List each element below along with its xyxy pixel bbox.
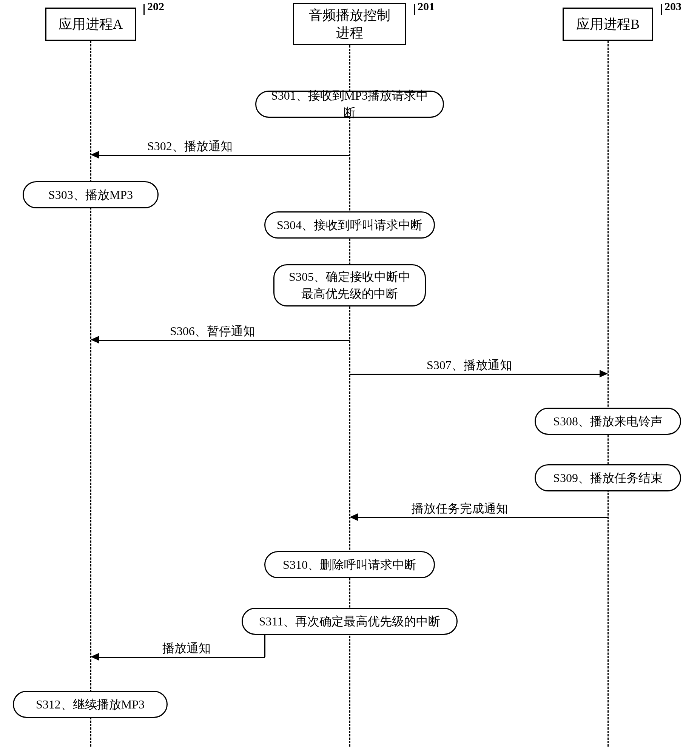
connector-s311 — [264, 635, 265, 657]
step-s303: S303、播放MP3 — [23, 181, 159, 208]
ref-line-a — [143, 4, 145, 15]
step-s308-text: S308、播放来电铃声 — [553, 413, 663, 430]
arrow-s306 — [99, 340, 350, 341]
step-s311: S311、再次确定最高优先级的中断 — [242, 608, 458, 635]
step-s309-text: S309、播放任务结束 — [553, 470, 663, 487]
arrow-complete — [358, 517, 608, 518]
step-s305: S305、确定接收中断中 最高优先级的中断 — [273, 264, 426, 306]
msg-complete: 播放任务完成通知 — [412, 501, 508, 517]
lifeline-b-title: 应用进程B — [576, 15, 640, 34]
lifeline-header-ctrl: 音频播放控制 进程 — [293, 3, 406, 45]
step-s305-text: S305、确定接收中断中 最高优先级的中断 — [289, 268, 410, 302]
ref-label-a: 202 — [147, 0, 164, 13]
arrow-complete-head — [350, 513, 358, 521]
step-s310-text: S310、删除呼叫请求中断 — [283, 556, 416, 573]
lifeline-ctrl-title: 音频播放控制 进程 — [309, 6, 390, 42]
arrow-play — [99, 657, 265, 658]
lifeline-b — [607, 41, 609, 747]
arrow-s302 — [99, 155, 350, 156]
step-s304-text: S304、接收到呼叫请求中断 — [277, 217, 422, 234]
step-s304: S304、接收到呼叫请求中断 — [264, 211, 435, 239]
step-s309: S309、播放任务结束 — [535, 464, 681, 491]
arrow-s302-head — [91, 151, 99, 159]
step-s312: S312、继续播放MP3 — [13, 691, 168, 718]
arrow-play-head — [91, 653, 99, 661]
step-s308: S308、播放来电铃声 — [535, 408, 681, 435]
msg-play: 播放通知 — [162, 640, 211, 657]
step-s312-text: S312、继续播放MP3 — [36, 696, 145, 713]
lifeline-a-title: 应用进程A — [59, 15, 123, 34]
msg-s307: S307、播放通知 — [427, 357, 512, 374]
msg-s306: S306、暂停通知 — [170, 323, 255, 340]
step-s303-text: S303、播放MP3 — [48, 186, 133, 203]
arrow-s307-head — [600, 370, 608, 377]
ref-label-b: 203 — [665, 0, 681, 13]
msg-s302: S302、播放通知 — [147, 138, 233, 155]
step-s301-text: S301、接收到MP3播放请求中断 — [265, 87, 434, 121]
step-s310: S310、删除呼叫请求中断 — [264, 551, 435, 578]
ref-line-ctrl — [414, 4, 415, 15]
ref-line-b — [661, 4, 662, 15]
lifeline-ctrl — [349, 45, 350, 747]
arrow-s307 — [350, 374, 600, 375]
lifeline-header-b: 应用进程B — [563, 8, 653, 41]
step-s301: S301、接收到MP3播放请求中断 — [255, 91, 444, 118]
ref-label-ctrl: 201 — [418, 0, 435, 13]
lifeline-a — [90, 41, 91, 747]
step-s311-text: S311、再次确定最高优先级的中断 — [259, 613, 441, 630]
lifeline-header-a: 应用进程A — [45, 8, 136, 41]
arrow-s306-head — [91, 336, 99, 343]
